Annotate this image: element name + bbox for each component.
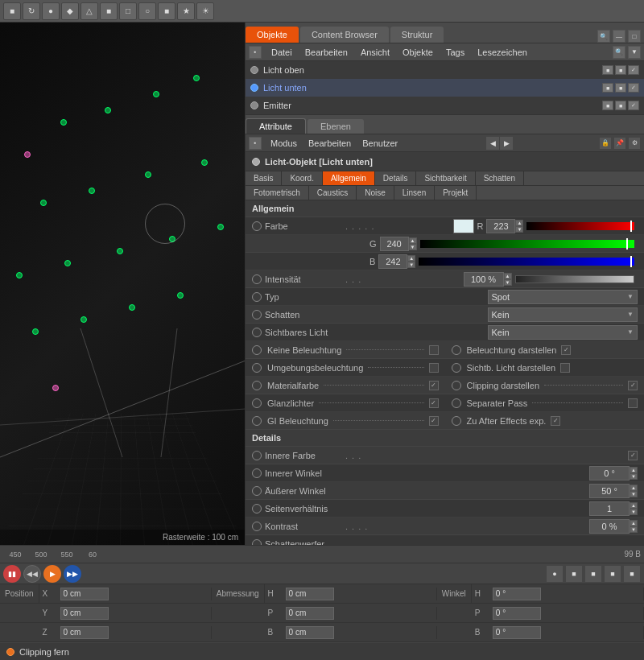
keine-beleuchtung-checkbox[interactable] (429, 345, 439, 355)
sub-tab-sichtbarkeit[interactable]: Sichtbarkeit (416, 171, 475, 185)
tab-attribute[interactable]: Attribute (246, 118, 306, 134)
attr-modus[interactable]: Modus (268, 138, 299, 148)
kontrast-input[interactable] (589, 519, 630, 534)
intensitaet-up-icon[interactable]: ▲ (504, 273, 512, 279)
coord-b2-input[interactable] (286, 626, 334, 639)
kontrast-spinners[interactable]: ▲ ▼ (630, 520, 638, 533)
aw-down-icon[interactable]: ▼ (630, 491, 638, 497)
sub-tab-allgemein[interactable]: Allgemein (323, 171, 375, 185)
umgebung-checkbox[interactable] (429, 363, 439, 373)
toolbar-icon-8[interactable]: ○ (138, 2, 156, 20)
clipping-checkbox[interactable]: ✓ (628, 381, 638, 390)
intensitaet-input[interactable] (464, 272, 504, 287)
filter-icon[interactable]: ▼ (628, 46, 641, 59)
typ-dropdown[interactable]: Spot ▼ (488, 290, 638, 304)
sub-tab2-noise[interactable]: Noise (357, 186, 394, 200)
search-icon[interactable]: 🔍 (597, 30, 610, 43)
obj-vis-icon[interactable]: ■ (602, 83, 613, 93)
g-spinners[interactable]: ▲ ▼ (409, 237, 417, 250)
r-down-icon[interactable]: ▼ (515, 226, 523, 233)
sichtb-checkbox[interactable] (560, 363, 570, 373)
object-row-licht-oben[interactable]: Licht oben ■ ■ ✓ (246, 61, 644, 79)
b-down-icon[interactable]: ▼ (407, 262, 415, 268)
r-up-icon[interactable]: ▲ (515, 220, 523, 226)
coord-w2-input[interactable] (493, 607, 541, 620)
menu-bearbeiten[interactable]: Bearbeiten (302, 47, 351, 57)
g-down-icon[interactable]: ▼ (409, 244, 417, 250)
b-spinners[interactable]: ▲ ▼ (407, 255, 415, 268)
innerer-winkel-spinners[interactable]: ▲ ▼ (630, 467, 638, 480)
sub-tab-koord[interactable]: Koord. (282, 171, 322, 185)
ae-checkbox[interactable]: ✓ (551, 416, 560, 426)
attr-pin-icon[interactable]: 📌 (613, 137, 626, 150)
sv-spinners[interactable]: ▲ ▼ (630, 502, 638, 515)
coord-h-input[interactable] (286, 588, 334, 600)
obj-render-icon[interactable]: ■ (615, 101, 626, 110)
toolbar-icon-10[interactable]: ★ (177, 2, 195, 20)
color-swatch[interactable] (453, 219, 474, 233)
toolbar-icon-7[interactable]: □ (119, 2, 137, 20)
sv-up-icon[interactable]: ▲ (630, 502, 638, 509)
innere-farbe-checkbox[interactable]: ✓ (628, 451, 638, 460)
play-prev-button[interactable]: ◀◀ (23, 565, 41, 583)
kontrast-up-icon[interactable]: ▲ (630, 520, 638, 526)
menu-objekte[interactable]: Objekte (399, 47, 436, 57)
intensitaet-spinners[interactable]: ▲ ▼ (504, 273, 512, 286)
play-stop-button[interactable]: ▮▮ (3, 565, 21, 583)
tab-struktur[interactable]: Struktur (390, 27, 444, 43)
nav-right-icon[interactable]: ▶ (500, 137, 513, 150)
innerer-winkel-input[interactable] (589, 466, 630, 481)
b-input[interactable] (378, 254, 407, 269)
aw-spinners[interactable]: ▲ ▼ (630, 485, 638, 497)
r-color-bar[interactable] (526, 222, 634, 230)
sub-tab2-fotometrisch[interactable]: Fotometrisch (246, 186, 309, 200)
tab-objekte[interactable]: Objekte (246, 27, 299, 43)
toolbar-icon-5[interactable]: △ (80, 2, 98, 20)
sub-tab2-caustics[interactable]: Caustics (309, 186, 357, 200)
sub-tab2-linsen[interactable]: Linsen (394, 186, 435, 200)
sv-down-icon[interactable]: ▼ (630, 509, 638, 515)
object-row-emitter[interactable]: Emitter ■ ■ ✓ (246, 97, 644, 114)
iw-down-icon[interactable]: ▼ (630, 473, 638, 480)
panel-minimize-icon[interactable]: — (613, 30, 625, 43)
panel-maximize-icon[interactable]: □ (628, 30, 641, 43)
play-sq-5[interactable]: ■ (623, 565, 641, 583)
play-sq-4[interactable]: ■ (604, 565, 621, 583)
obj-render-icon[interactable]: ■ (615, 83, 626, 93)
coord-y-input[interactable] (60, 607, 109, 620)
toolbar-icon-11[interactable]: ☀ (196, 2, 214, 20)
toolbar-icon-1[interactable]: ■ (3, 2, 21, 20)
viewport-3d[interactable]: Rasterweite : 100 cm (0, 23, 246, 545)
g-input[interactable] (380, 237, 409, 251)
g-color-bar[interactable] (420, 240, 634, 248)
intensitaet-bar[interactable] (515, 275, 635, 283)
aeusserer-winkel-input[interactable] (589, 484, 630, 498)
search-objects-icon[interactable]: 🔍 (613, 46, 625, 59)
b-color-bar[interactable] (419, 258, 634, 266)
kontrast-down-icon[interactable]: ▼ (630, 526, 638, 533)
play-sq-2[interactable]: ■ (565, 565, 583, 583)
coord-w3-input[interactable] (493, 626, 541, 639)
nav-left-icon[interactable]: ◀ (486, 137, 499, 150)
toolbar-icon-9[interactable]: ■ (158, 2, 175, 20)
coord-w1-input[interactable] (493, 588, 541, 600)
menu-datei[interactable]: Datei (268, 47, 295, 57)
material-checkbox[interactable]: ✓ (429, 381, 439, 390)
obj-vis-icon[interactable]: ■ (602, 65, 613, 75)
play-sq-1[interactable]: ● (546, 565, 564, 583)
iw-up-icon[interactable]: ▲ (630, 467, 638, 473)
sub-tab-schatten[interactable]: Schatten (476, 171, 524, 185)
sub-tab-details[interactable]: Details (375, 171, 417, 185)
tab-ebenen[interactable]: Ebenen (308, 119, 364, 134)
obj-vis-icon[interactable]: ■ (602, 101, 613, 110)
attr-settings-icon[interactable]: ⚙ (628, 137, 641, 150)
r-spinners[interactable]: ▲ ▼ (515, 220, 523, 233)
menu-tags[interactable]: Tags (443, 47, 468, 57)
r-input[interactable] (486, 219, 515, 233)
tab-content-browser[interactable]: Content Browser (300, 27, 389, 43)
b-up-icon[interactable]: ▲ (407, 255, 415, 262)
coord-z-input[interactable] (60, 626, 109, 639)
attr-bearbeiten[interactable]: Bearbeiten (306, 138, 353, 148)
beleuchtung-checkbox[interactable]: ✓ (561, 345, 571, 355)
separater-checkbox[interactable] (628, 398, 638, 408)
